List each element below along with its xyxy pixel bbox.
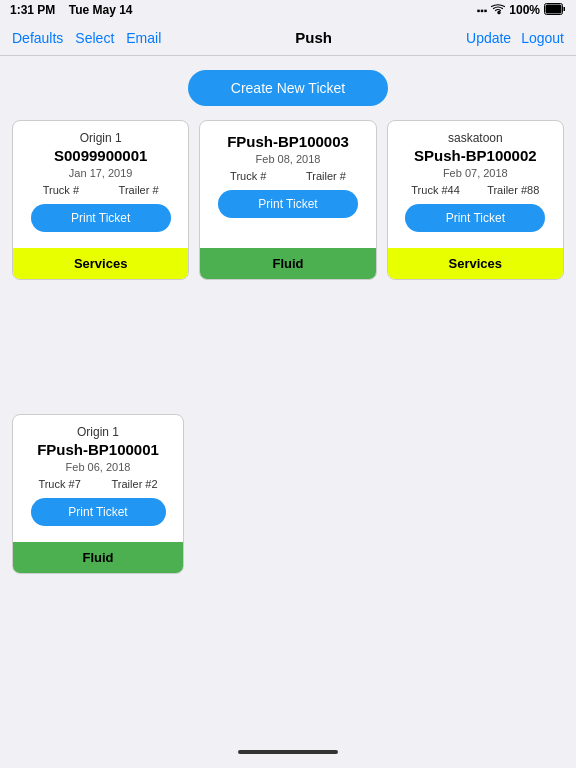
nav-bar: Defaults Select Email Push Update Logout xyxy=(0,20,576,56)
card-origin-3: saskatoon xyxy=(398,131,553,145)
nav-left: Defaults Select Email xyxy=(12,30,161,46)
status-time: 1:31 PM Tue May 14 xyxy=(10,3,133,17)
main-content: Create New Ticket Origin 1 S0099900001 J… xyxy=(0,56,576,602)
card-body-2: FPush-BP100003 Feb 08, 2018 Truck # Trai… xyxy=(200,121,375,248)
create-btn-container: Create New Ticket xyxy=(12,70,564,106)
card-date-bottom: Feb 06, 2018 xyxy=(23,461,173,473)
card-ticket-id-2: FPush-BP100003 xyxy=(210,133,365,150)
card-truck-bottom: Truck #7 xyxy=(38,478,80,490)
card-body-bottom: Origin 1 FPush-BP100001 Feb 06, 2018 Tru… xyxy=(13,415,183,542)
wifi-icon xyxy=(491,4,505,17)
card-category-bottom: Fluid xyxy=(13,542,183,573)
nav-defaults[interactable]: Defaults xyxy=(12,30,63,46)
status-icons: ▪▪▪ 100% xyxy=(477,3,566,18)
card-category-3: Services xyxy=(388,248,563,279)
cards-row-bottom: Origin 1 FPush-BP100001 Feb 06, 2018 Tru… xyxy=(12,414,564,574)
battery-icon xyxy=(544,3,566,18)
nav-right: Update Logout xyxy=(466,30,564,46)
card-ticket-id-1: S0099900001 xyxy=(23,147,178,164)
card-trailer-1: Trailer # xyxy=(119,184,159,196)
card-truck-trailer-2: Truck # Trailer # xyxy=(210,170,365,182)
create-new-ticket-button[interactable]: Create New Ticket xyxy=(188,70,388,106)
card-category-2: Fluid xyxy=(200,248,375,279)
card-ticket-id-3: SPush-BP100002 xyxy=(398,147,553,164)
nav-title: Push xyxy=(295,29,332,46)
signal-icon: ▪▪▪ xyxy=(477,5,488,16)
ticket-card-3: saskatoon SPush-BP100002 Feb 07, 2018 Tr… xyxy=(387,120,564,280)
nav-select[interactable]: Select xyxy=(75,30,114,46)
nav-update[interactable]: Update xyxy=(466,30,511,46)
print-ticket-button-bottom[interactable]: Print Ticket xyxy=(31,498,166,526)
card-truck-1: Truck # xyxy=(43,184,79,196)
nav-email[interactable]: Email xyxy=(126,30,161,46)
card-truck-3: Truck #44 xyxy=(411,184,460,196)
card-truck-2: Truck # xyxy=(230,170,266,182)
card-body-1: Origin 1 S0099900001 Jan 17, 2019 Truck … xyxy=(13,121,188,248)
card-origin-bottom: Origin 1 xyxy=(23,425,173,439)
card-origin-1: Origin 1 xyxy=(23,131,178,145)
card-truck-trailer-bottom: Truck #7 Trailer #2 xyxy=(23,478,173,490)
card-truck-trailer-1: Truck # Trailer # xyxy=(23,184,178,196)
home-indicator xyxy=(0,742,576,762)
card-date-1: Jan 17, 2019 xyxy=(23,167,178,179)
card-body-3: saskatoon SPush-BP100002 Feb 07, 2018 Tr… xyxy=(388,121,563,248)
svg-rect-1 xyxy=(546,4,562,13)
status-bar: 1:31 PM Tue May 14 ▪▪▪ 100% xyxy=(0,0,576,20)
print-ticket-button-3[interactable]: Print Ticket xyxy=(405,204,545,232)
card-category-1: Services xyxy=(13,248,188,279)
battery-percent: 100% xyxy=(509,3,540,17)
card-trailer-2: Trailer # xyxy=(306,170,346,182)
card-date-3: Feb 07, 2018 xyxy=(398,167,553,179)
ticket-card-2: FPush-BP100003 Feb 08, 2018 Truck # Trai… xyxy=(199,120,376,280)
card-ticket-id-bottom: FPush-BP100001 xyxy=(23,441,173,458)
cards-row-top: Origin 1 S0099900001 Jan 17, 2019 Truck … xyxy=(12,120,564,280)
card-trailer-bottom: Trailer #2 xyxy=(112,478,158,490)
nav-logout[interactable]: Logout xyxy=(521,30,564,46)
card-date-2: Feb 08, 2018 xyxy=(210,153,365,165)
home-bar xyxy=(238,750,338,754)
ticket-card-bottom: Origin 1 FPush-BP100001 Feb 06, 2018 Tru… xyxy=(12,414,184,574)
card-truck-trailer-3: Truck #44 Trailer #88 xyxy=(398,184,553,196)
ticket-card-1: Origin 1 S0099900001 Jan 17, 2019 Truck … xyxy=(12,120,189,280)
spacer xyxy=(12,294,564,414)
print-ticket-button-1[interactable]: Print Ticket xyxy=(31,204,171,232)
print-ticket-button-2[interactable]: Print Ticket xyxy=(218,190,358,218)
card-trailer-3: Trailer #88 xyxy=(487,184,539,196)
